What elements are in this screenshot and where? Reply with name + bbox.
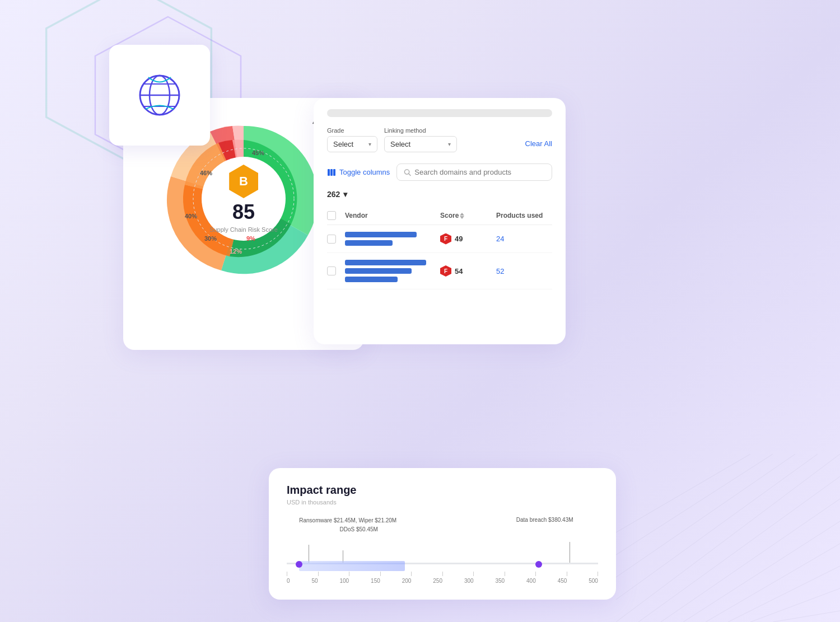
svg-line-14	[616, 454, 840, 622]
tick-250: 250	[433, 578, 442, 584]
toggle-columns-button[interactable]: Toggle columns	[327, 168, 390, 177]
pct-12: 12%	[230, 248, 242, 255]
vendor-column-header: Vendor	[345, 212, 440, 219]
tick-150: 150	[371, 578, 380, 584]
svg-line-17	[683, 521, 840, 622]
svg-line-20	[750, 588, 840, 622]
filters-row: Grade Select ▾ Linking method Select ▾ C…	[327, 127, 552, 152]
pct-30: 30%	[204, 235, 217, 242]
svg-line-22	[616, 454, 818, 600]
score-value: 54	[455, 267, 463, 275]
annotation-ransomware: Ransomware $21.45M, Wiper $21.20M	[299, 517, 396, 525]
linking-chevron-icon: ▾	[448, 141, 451, 147]
count-chevron-icon[interactable]: ▾	[343, 190, 347, 199]
toggle-columns-icon	[327, 168, 336, 177]
toggle-columns-label: Toggle columns	[339, 168, 390, 176]
donut-center: B 85 Supply Chain Risk Score	[209, 165, 278, 233]
pct-46: 46%	[200, 170, 212, 176]
row-1-checkbox[interactable]	[327, 235, 336, 244]
row-1-vendor-bars	[345, 232, 440, 246]
vendor-bar	[345, 277, 398, 282]
impact-title: Impact range	[287, 484, 598, 497]
grade-f-icon: F	[440, 265, 451, 277]
tick-mark	[598, 572, 598, 576]
tick-mark	[287, 572, 287, 576]
count-row: 262 ▾	[327, 190, 552, 199]
linking-filter-label: Linking method	[384, 127, 457, 134]
row-1-score: F 49	[440, 233, 496, 245]
impact-chart: Ransomware $21.45M, Wiper $21.20M DDoS $…	[287, 517, 598, 584]
products-link[interactable]: 24	[496, 235, 552, 243]
score-sort-icon[interactable]	[460, 213, 464, 219]
tick-mark	[380, 572, 381, 576]
vendor-bar	[345, 268, 412, 274]
tick-mark	[535, 572, 536, 576]
pct-9: 9%	[246, 235, 255, 242]
table-row: F 54 52	[327, 253, 552, 289]
impact-panel: Impact range USD in thousands Ransomware…	[269, 468, 616, 600]
vendor-bar	[345, 232, 417, 237]
row-2-vendor-bars	[345, 260, 440, 282]
tick-mark	[473, 572, 474, 576]
search-input[interactable]	[414, 168, 545, 176]
svg-line-24	[616, 454, 773, 555]
row-2-checkbox[interactable]	[327, 266, 336, 275]
search-icon	[404, 169, 411, 176]
annotation-databreach: Data breach $380.43M	[516, 517, 573, 523]
svg-line-23	[616, 454, 795, 577]
score-label: Supply Chain Risk Score	[209, 226, 278, 233]
select-all-checkbox[interactable]	[327, 211, 336, 220]
svg-line-16	[661, 499, 840, 622]
globe-card	[109, 45, 210, 146]
svg-line-15	[638, 476, 840, 622]
svg-rect-9	[328, 169, 330, 176]
svg-rect-10	[330, 169, 333, 176]
pct-40: 40%	[185, 213, 197, 219]
vendor-bar	[345, 240, 393, 246]
score-number: 85	[232, 200, 255, 224]
toolbar-row: Toggle columns	[327, 163, 552, 181]
search-wrapper[interactable]	[396, 163, 552, 181]
tick-200: 200	[402, 578, 412, 584]
score-value: 49	[455, 235, 463, 243]
range-bar	[299, 561, 405, 571]
grade-chevron-icon: ▾	[368, 141, 371, 147]
products-column-header: Products used	[496, 212, 552, 219]
vendor-panel: Grade Select ▾ Linking method Select ▾ C…	[314, 98, 566, 344]
tick-mark	[567, 572, 567, 576]
grade-f-icon: F	[440, 233, 451, 245]
grade-select[interactable]: Select ▾	[327, 136, 377, 152]
tick-mark	[318, 572, 319, 576]
clear-all-button[interactable]: Clear All	[525, 139, 552, 148]
tick-mark	[349, 572, 349, 576]
vendor-bar	[345, 260, 426, 265]
tick-marks-row	[287, 572, 598, 576]
tick-350: 350	[495, 578, 505, 584]
svg-line-21	[773, 611, 840, 622]
table-header: Vendor Score Products used	[327, 207, 552, 225]
table-row: F 49 24	[327, 225, 552, 253]
grade-letter: B	[239, 174, 248, 189]
linking-filter-group: Linking method Select ▾	[384, 127, 457, 152]
tick-0: 0	[287, 578, 290, 584]
tick-mark	[505, 572, 505, 576]
svg-line-13	[409, 174, 410, 175]
globe-icon	[132, 67, 188, 123]
row-2-score: F 54	[440, 265, 496, 277]
score-column-header: Score	[440, 212, 496, 219]
svg-rect-11	[333, 169, 335, 176]
panel-search-bar-decoration	[327, 109, 552, 117]
linking-select[interactable]: Select ▾	[384, 136, 457, 152]
tick-500: 500	[589, 578, 598, 584]
annotation-line-databreach	[570, 542, 570, 564]
range-handle-left[interactable]	[296, 561, 302, 568]
svg-line-18	[706, 544, 840, 622]
svg-line-25	[616, 454, 750, 532]
tick-50: 50	[311, 578, 318, 584]
grade-badge: B	[229, 165, 258, 198]
tick-400: 400	[526, 578, 536, 584]
tick-mark	[411, 572, 412, 576]
range-handle-right[interactable]	[535, 561, 542, 568]
results-count: 262	[327, 190, 340, 199]
products-link[interactable]: 52	[496, 267, 552, 275]
